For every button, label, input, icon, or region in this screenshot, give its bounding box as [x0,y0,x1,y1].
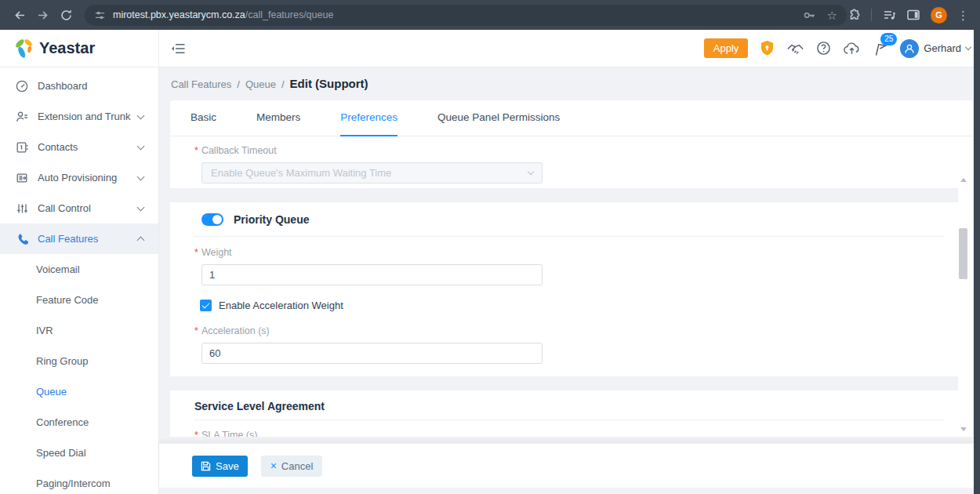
priority-queue-title: Priority Queue [234,213,309,226]
chevron-down-icon [528,169,534,175]
breadcrumb-queue[interactable]: Queue [245,78,276,90]
bookmark-star-icon[interactable]: ☆ [827,9,837,21]
cancel-button[interactable]: × Cancel [261,456,323,477]
subitem-label: Speed Dial [36,447,86,459]
close-icon: × [270,460,277,471]
chevron-down-icon [138,176,143,180]
priority-queue-header: Priority Queue [201,213,972,226]
breadcrumb-call-features[interactable]: Call Features [171,78,231,90]
sidebar-subitem-conference[interactable]: Conference [0,407,158,438]
menu-fold-icon [171,42,186,55]
extensions-puzzle-icon[interactable] [847,8,861,22]
help-icon[interactable] [816,41,831,56]
toolbar-divider [871,9,872,21]
callback-timeout-section: * Callback Timeout Enable Queue's Maximu… [170,136,972,188]
address-bar[interactable]: mirotest.pbx.yeastarycm.co.za/call_featu… [85,5,847,26]
browser-forward-button[interactable] [34,5,52,24]
person-icon [904,43,915,54]
browser-scrollbar[interactable] [974,0,980,494]
browser-reload-button[interactable] [57,5,75,24]
apply-button[interactable]: Apply [704,38,749,58]
subitem-label: Ring Group [36,355,88,367]
breadcrumb: Call Features / Queue / Edit (Support) [171,77,368,90]
page-title: Edit (Support) [290,77,368,90]
scrollbar-thumb[interactable] [959,228,967,279]
provisioning-device-icon [16,172,29,184]
scrollbar-down-arrow[interactable] [960,427,967,431]
brand-name: Yeastar [39,39,95,57]
header-actions: Apply 25 Gerhard [704,38,980,58]
tab-preferences[interactable]: Preferences [340,100,397,136]
callback-timeout-label: * Callback Timeout [194,145,972,156]
sidebar-subitem-queue[interactable]: Queue [0,376,158,407]
field-label-text: SLA Time (s) [201,430,258,437]
form-footer: Save × Cancel [159,443,974,488]
field-label-text: Callback Timeout [201,145,277,156]
save-floppy-icon [201,461,211,471]
media-controls-icon[interactable] [882,8,896,22]
required-marker: * [194,145,198,156]
required-marker: * [194,247,198,258]
checkbox-label: Enable Acceleration Weight [219,300,343,311]
browser-profile-avatar[interactable]: G [931,7,947,24]
browser-back-button[interactable] [11,5,29,24]
subitem-label: Paging/Intercom [36,478,111,489]
sidebar-subitem-ivr[interactable]: IVR [0,315,158,346]
yeastar-logo: Yeastar [0,30,159,67]
sidebar-subitem-ring-group[interactable]: Ring Group [0,346,158,376]
notification-flag-icon[interactable]: 25 [873,41,888,56]
save-button[interactable]: Save [192,456,248,477]
scrollbar-up-arrow[interactable] [960,178,967,182]
screen: mirotest.pbx.yeastarycm.co.za/call_featu… [0,0,980,494]
user-name: Gerhard [924,42,961,54]
tab-members[interactable]: Members [256,100,300,136]
cloud-upload-icon[interactable] [843,41,861,56]
url-domain: mirotest.pbx.yeastarycm.co.za [113,9,245,20]
site-settings-icon[interactable] [94,9,106,21]
acceleration-input[interactable] [201,343,543,364]
chevron-down-icon [138,115,143,118]
sidebar-item-call-control[interactable]: Call Control [0,193,158,223]
user-menu[interactable]: Gerhard [900,39,971,58]
priority-queue-toggle[interactable] [201,213,223,226]
subitem-label: Feature Code [36,294,99,306]
chevron-down-icon [138,146,143,149]
acceleration-label: * Acceleration (s) [194,325,972,336]
breadcrumb-separator: / [237,78,240,90]
section-gap [170,188,958,202]
field-label-text: Weight [201,247,232,258]
content-scrollbar[interactable] [958,176,969,434]
callback-timeout-select[interactable]: Enable Queue's Maximum Waiting Time [201,162,543,183]
sidebar-subitem-paging-intercom[interactable]: Paging/Intercom [0,468,158,494]
chevron-up-icon [138,235,143,243]
acceleration-weight-checkbox[interactable] [200,300,212,311]
priority-queue-section: Priority Queue * Weight Enable Accelerat… [170,202,972,376]
enable-acceleration-weight-row[interactable]: Enable Acceleration Weight [200,300,972,311]
subitem-label: Voicemail [36,263,80,275]
sidebar-subitem-feature-code[interactable]: Feature Code [0,285,158,315]
save-label: Save [216,460,239,472]
sidebar-subitem-speed-dial[interactable]: Speed Dial [0,438,158,468]
collapse-sidebar-button[interactable] [171,42,186,55]
sidebar-item-extension-and-trunk[interactable]: Extension and Trunk [0,101,158,132]
side-panel-icon[interactable] [906,8,920,22]
security-shield-icon[interactable] [760,40,775,56]
tab-basic[interactable]: Basic [191,100,216,136]
sidebar-subitem-voicemail[interactable]: Voicemail [0,254,158,285]
yeastar-logo-mark-icon [12,36,37,61]
sidebar-item-auto-provisioning[interactable]: Auto Provisioning [0,162,158,193]
partner-handshake-icon[interactable] [786,42,804,56]
sidebar-item-contacts[interactable]: Contacts [0,132,158,162]
subitem-label: Queue [36,386,67,398]
tab-queue-panel-permissions[interactable]: Queue Panel Permissions [437,100,560,136]
back-arrow-icon [13,9,27,22]
sidebar-item-dashboard[interactable]: Dashboard [0,71,158,101]
section-gap [170,376,958,390]
chevron-down-icon [138,207,143,210]
sidebar-item-call-features[interactable]: Call Features [0,223,158,254]
weight-input[interactable] [201,264,543,285]
password-key-icon[interactable] [803,9,816,22]
contacts-card-icon [16,141,29,154]
browser-menu-icon[interactable]: ⋮ [957,9,969,21]
queue-edit-card: Basic Members Preferences Queue Panel Pe… [170,100,972,437]
